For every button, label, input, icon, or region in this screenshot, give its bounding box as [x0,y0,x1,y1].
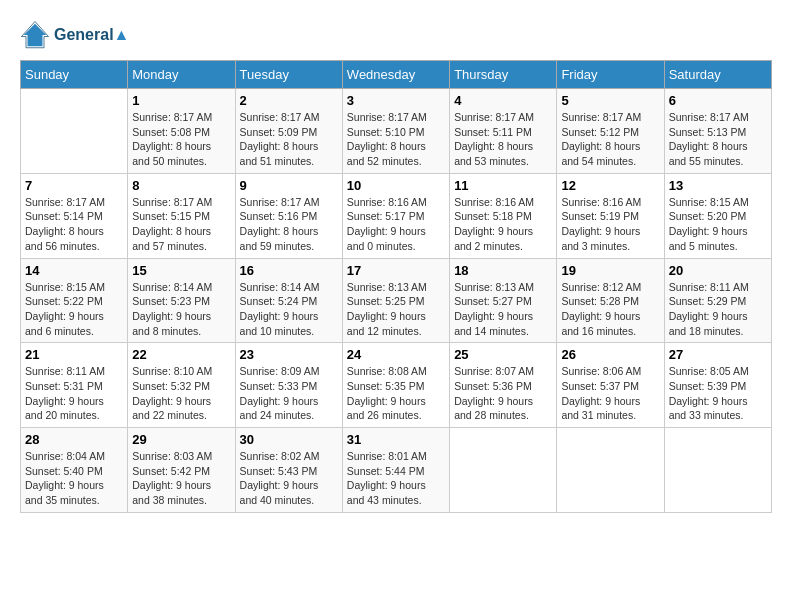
calendar-cell: 12 Sunrise: 8:16 AMSunset: 5:19 PMDaylig… [557,173,664,258]
day-info: Sunrise: 8:02 AMSunset: 5:43 PMDaylight:… [240,449,338,508]
day-info: Sunrise: 8:16 AMSunset: 5:18 PMDaylight:… [454,195,552,254]
day-info: Sunrise: 8:17 AMSunset: 5:16 PMDaylight:… [240,195,338,254]
weekday-header-monday: Monday [128,61,235,89]
calendar-cell: 16 Sunrise: 8:14 AMSunset: 5:24 PMDaylig… [235,258,342,343]
day-info: Sunrise: 8:13 AMSunset: 5:25 PMDaylight:… [347,280,445,339]
calendar-cell: 3 Sunrise: 8:17 AMSunset: 5:10 PMDayligh… [342,89,449,174]
day-number: 25 [454,347,552,362]
calendar-cell: 31 Sunrise: 8:01 AMSunset: 5:44 PMDaylig… [342,428,449,513]
day-number: 5 [561,93,659,108]
weekday-header-saturday: Saturday [664,61,771,89]
day-info: Sunrise: 8:14 AMSunset: 5:23 PMDaylight:… [132,280,230,339]
calendar-cell: 29 Sunrise: 8:03 AMSunset: 5:42 PMDaylig… [128,428,235,513]
day-number: 17 [347,263,445,278]
day-info: Sunrise: 8:01 AMSunset: 5:44 PMDaylight:… [347,449,445,508]
day-info: Sunrise: 8:16 AMSunset: 5:19 PMDaylight:… [561,195,659,254]
day-info: Sunrise: 8:07 AMSunset: 5:36 PMDaylight:… [454,364,552,423]
day-info: Sunrise: 8:03 AMSunset: 5:42 PMDaylight:… [132,449,230,508]
day-info: Sunrise: 8:17 AMSunset: 5:14 PMDaylight:… [25,195,123,254]
day-number: 8 [132,178,230,193]
weekday-header-sunday: Sunday [21,61,128,89]
day-info: Sunrise: 8:14 AMSunset: 5:24 PMDaylight:… [240,280,338,339]
calendar-cell: 8 Sunrise: 8:17 AMSunset: 5:15 PMDayligh… [128,173,235,258]
calendar-cell [450,428,557,513]
weekday-header-thursday: Thursday [450,61,557,89]
calendar-cell: 7 Sunrise: 8:17 AMSunset: 5:14 PMDayligh… [21,173,128,258]
day-number: 1 [132,93,230,108]
day-number: 14 [25,263,123,278]
day-number: 30 [240,432,338,447]
calendar-cell: 10 Sunrise: 8:16 AMSunset: 5:17 PMDaylig… [342,173,449,258]
calendar-cell: 19 Sunrise: 8:12 AMSunset: 5:28 PMDaylig… [557,258,664,343]
day-info: Sunrise: 8:13 AMSunset: 5:27 PMDaylight:… [454,280,552,339]
calendar-cell: 30 Sunrise: 8:02 AMSunset: 5:43 PMDaylig… [235,428,342,513]
day-number: 18 [454,263,552,278]
day-number: 23 [240,347,338,362]
day-number: 21 [25,347,123,362]
day-number: 12 [561,178,659,193]
calendar-cell: 11 Sunrise: 8:16 AMSunset: 5:18 PMDaylig… [450,173,557,258]
logo-line1: General▲ [54,26,129,44]
calendar-cell [21,89,128,174]
day-number: 13 [669,178,767,193]
day-info: Sunrise: 8:11 AMSunset: 5:29 PMDaylight:… [669,280,767,339]
calendar-cell: 22 Sunrise: 8:10 AMSunset: 5:32 PMDaylig… [128,343,235,428]
calendar-cell: 27 Sunrise: 8:05 AMSunset: 5:39 PMDaylig… [664,343,771,428]
day-number: 28 [25,432,123,447]
weekday-header-friday: Friday [557,61,664,89]
day-info: Sunrise: 8:05 AMSunset: 5:39 PMDaylight:… [669,364,767,423]
day-info: Sunrise: 8:17 AMSunset: 5:15 PMDaylight:… [132,195,230,254]
day-info: Sunrise: 8:12 AMSunset: 5:28 PMDaylight:… [561,280,659,339]
calendar-cell: 18 Sunrise: 8:13 AMSunset: 5:27 PMDaylig… [450,258,557,343]
calendar-cell [664,428,771,513]
calendar-cell: 14 Sunrise: 8:15 AMSunset: 5:22 PMDaylig… [21,258,128,343]
day-number: 10 [347,178,445,193]
logo-icon [20,20,50,50]
page-header: General▲ [20,20,772,50]
calendar-cell: 28 Sunrise: 8:04 AMSunset: 5:40 PMDaylig… [21,428,128,513]
weekday-header-tuesday: Tuesday [235,61,342,89]
calendar-cell: 6 Sunrise: 8:17 AMSunset: 5:13 PMDayligh… [664,89,771,174]
day-number: 3 [347,93,445,108]
calendar-cell: 1 Sunrise: 8:17 AMSunset: 5:08 PMDayligh… [128,89,235,174]
day-number: 24 [347,347,445,362]
day-info: Sunrise: 8:04 AMSunset: 5:40 PMDaylight:… [25,449,123,508]
day-number: 9 [240,178,338,193]
calendar-cell [557,428,664,513]
calendar-cell: 5 Sunrise: 8:17 AMSunset: 5:12 PMDayligh… [557,89,664,174]
calendar-header: SundayMondayTuesdayWednesdayThursdayFrid… [21,61,772,89]
day-number: 15 [132,263,230,278]
day-number: 29 [132,432,230,447]
day-info: Sunrise: 8:17 AMSunset: 5:13 PMDaylight:… [669,110,767,169]
day-number: 7 [25,178,123,193]
calendar-cell: 2 Sunrise: 8:17 AMSunset: 5:09 PMDayligh… [235,89,342,174]
day-number: 31 [347,432,445,447]
day-info: Sunrise: 8:09 AMSunset: 5:33 PMDaylight:… [240,364,338,423]
day-info: Sunrise: 8:08 AMSunset: 5:35 PMDaylight:… [347,364,445,423]
calendar-cell: 9 Sunrise: 8:17 AMSunset: 5:16 PMDayligh… [235,173,342,258]
weekday-header-wednesday: Wednesday [342,61,449,89]
day-number: 19 [561,263,659,278]
calendar-table: SundayMondayTuesdayWednesdayThursdayFrid… [20,60,772,513]
logo: General▲ [20,20,129,50]
day-number: 27 [669,347,767,362]
calendar-cell: 4 Sunrise: 8:17 AMSunset: 5:11 PMDayligh… [450,89,557,174]
day-info: Sunrise: 8:15 AMSunset: 5:22 PMDaylight:… [25,280,123,339]
day-number: 26 [561,347,659,362]
day-info: Sunrise: 8:17 AMSunset: 5:08 PMDaylight:… [132,110,230,169]
day-number: 16 [240,263,338,278]
calendar-cell: 15 Sunrise: 8:14 AMSunset: 5:23 PMDaylig… [128,258,235,343]
day-info: Sunrise: 8:17 AMSunset: 5:11 PMDaylight:… [454,110,552,169]
calendar-cell: 17 Sunrise: 8:13 AMSunset: 5:25 PMDaylig… [342,258,449,343]
calendar-cell: 13 Sunrise: 8:15 AMSunset: 5:20 PMDaylig… [664,173,771,258]
day-info: Sunrise: 8:06 AMSunset: 5:37 PMDaylight:… [561,364,659,423]
day-info: Sunrise: 8:17 AMSunset: 5:10 PMDaylight:… [347,110,445,169]
day-info: Sunrise: 8:16 AMSunset: 5:17 PMDaylight:… [347,195,445,254]
day-info: Sunrise: 8:15 AMSunset: 5:20 PMDaylight:… [669,195,767,254]
day-number: 4 [454,93,552,108]
calendar-cell: 21 Sunrise: 8:11 AMSunset: 5:31 PMDaylig… [21,343,128,428]
calendar-cell: 25 Sunrise: 8:07 AMSunset: 5:36 PMDaylig… [450,343,557,428]
day-number: 11 [454,178,552,193]
calendar-cell: 24 Sunrise: 8:08 AMSunset: 5:35 PMDaylig… [342,343,449,428]
day-number: 20 [669,263,767,278]
